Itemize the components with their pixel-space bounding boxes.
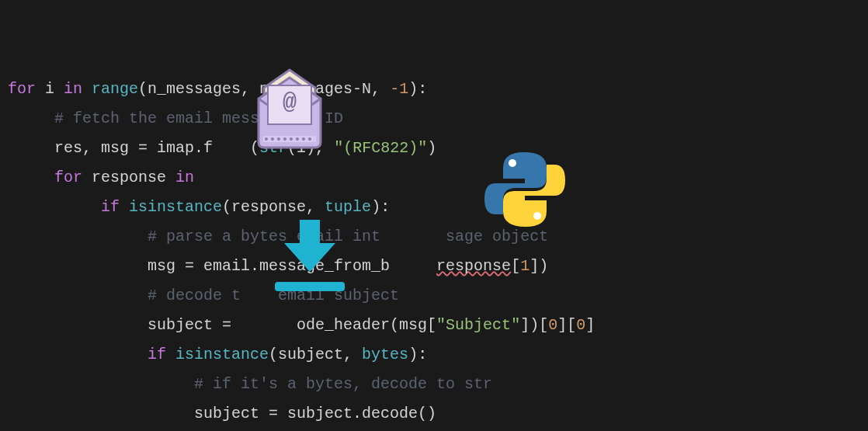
code-token: ])[ bbox=[520, 316, 548, 334]
code-line: # decode t email subject bbox=[8, 281, 860, 311]
code-line: res, msg = imap.f (str(i), "(RFC822)") bbox=[8, 134, 860, 163]
code-token: ): bbox=[371, 198, 390, 216]
code-token: 1 bbox=[520, 257, 529, 275]
code-token: ]) bbox=[529, 257, 548, 275]
svg-point-11 bbox=[509, 159, 516, 167]
svg-point-7 bbox=[290, 137, 293, 141]
svg-rect-13 bbox=[275, 282, 345, 291]
code-token: if bbox=[101, 198, 129, 216]
code-line: if isinstance(response, tuple): bbox=[8, 193, 860, 222]
code-token bbox=[241, 316, 297, 334]
code-token: range bbox=[92, 80, 138, 98]
svg-point-4 bbox=[271, 137, 274, 141]
code-token bbox=[380, 228, 446, 245]
code-token: in bbox=[175, 169, 194, 186]
code-token: for bbox=[8, 80, 45, 98]
svg-point-5 bbox=[277, 137, 280, 141]
code-token: # if it's a bytes, decode to str bbox=[194, 375, 492, 393]
svg-point-9 bbox=[302, 137, 305, 141]
code-token: # decode t bbox=[148, 287, 241, 304]
code-token: isinstance bbox=[129, 198, 222, 216]
code-token bbox=[390, 257, 436, 275]
code-token: "(RFC822)" bbox=[334, 139, 427, 157]
code-token: -1 bbox=[390, 80, 408, 98]
code-token: ode_header(msg[ bbox=[297, 316, 436, 334]
code-token: "Subject" bbox=[436, 316, 520, 334]
code-editor-content[interactable]: for i in range(n_messages, n_messages-N,… bbox=[8, 16, 860, 431]
email-at-icon: @ bbox=[252, 66, 327, 151]
code-token: subject = subject.decode() bbox=[194, 405, 436, 422]
code-line: subject = ode_header(msg["Subject"])[0][… bbox=[8, 311, 860, 340]
code-token: isinstance bbox=[175, 346, 269, 363]
code-token: 0 bbox=[576, 316, 585, 334]
code-line: if isinstance(subject, bytes): bbox=[8, 340, 860, 370]
code-token: if bbox=[148, 346, 175, 363]
code-token: ] bbox=[585, 316, 595, 334]
code-token: in bbox=[64, 80, 92, 98]
code-line: # fetch the email message by ID bbox=[8, 104, 860, 134]
python-logo-icon bbox=[481, 146, 568, 233]
download-arrow-icon bbox=[270, 214, 349, 295]
code-token: response bbox=[436, 257, 511, 275]
code-token: 0 bbox=[548, 316, 557, 334]
code-token: ): bbox=[408, 346, 427, 363]
svg-point-10 bbox=[308, 137, 311, 141]
code-line: # if it's a bytes, decode to str bbox=[8, 370, 860, 399]
code-token: res, msg = imap.f bbox=[54, 139, 213, 157]
code-token: ) bbox=[427, 139, 436, 157]
code-line: for i in range(n_messages, n_messages-N,… bbox=[8, 75, 860, 104]
svg-text:@: @ bbox=[283, 89, 297, 116]
code-token: i bbox=[45, 80, 64, 98]
code-token: for bbox=[54, 169, 92, 186]
svg-point-8 bbox=[296, 137, 299, 141]
code-token: (subject, bbox=[269, 346, 362, 363]
svg-point-3 bbox=[265, 137, 268, 141]
code-token bbox=[213, 139, 250, 157]
code-token: ): bbox=[408, 80, 427, 98]
svg-point-6 bbox=[283, 137, 286, 141]
code-line: msg = email.message_from_b response[1]) bbox=[8, 252, 860, 281]
code-token: [ bbox=[511, 257, 520, 275]
code-token: bytes bbox=[362, 346, 408, 363]
code-line: subject = subject.decode() bbox=[8, 399, 860, 429]
code-token: response bbox=[92, 169, 175, 186]
code-token: msg = email.message_from_b bbox=[148, 257, 390, 275]
code-line: # parse a bytes email int sage object bbox=[8, 222, 860, 252]
svg-point-12 bbox=[533, 212, 541, 220]
code-token: ][ bbox=[557, 316, 576, 334]
code-line: for response in bbox=[8, 163, 860, 193]
code-token: subject = bbox=[148, 316, 241, 334]
